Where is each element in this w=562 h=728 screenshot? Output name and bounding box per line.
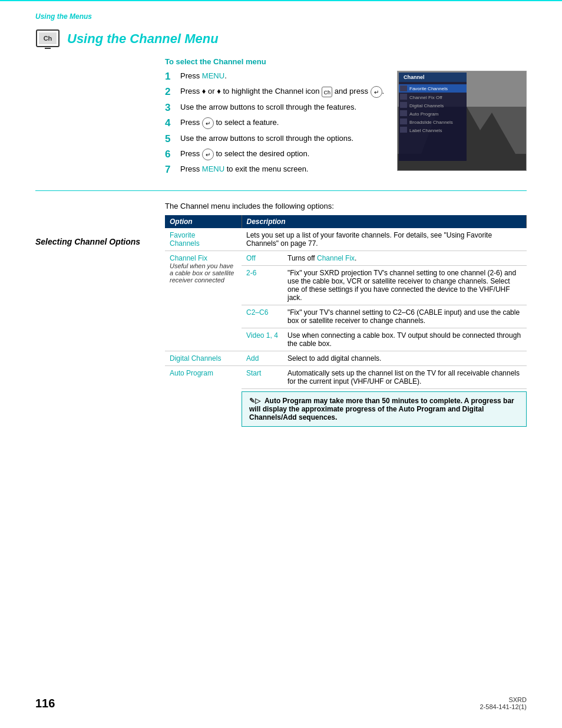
menu-ref-7: MENU: [202, 164, 224, 173]
enter-btn-6: ↵: [202, 149, 214, 160]
option-value: C2–C6: [246, 308, 268, 317]
menu-screenshot: Channel Favorite Channels Channel Fix Of…: [397, 71, 527, 171]
table-row: Auto Program Start Automatically sets up…: [165, 365, 527, 427]
breadcrumb-section: Using the Menus: [0, 6, 562, 24]
svg-text:Channel: Channel: [404, 74, 425, 80]
option-value: Off: [246, 254, 256, 262]
page-title: Using the Channel Menu: [67, 31, 219, 47]
options-section: Selecting Channel Options The Channel me…: [0, 202, 562, 427]
svg-rect-3: [45, 48, 51, 49]
svg-text:Digital Channels: Digital Channels: [409, 103, 444, 108]
enter-btn-4: ↵: [202, 117, 214, 129]
svg-rect-11: [400, 85, 407, 91]
svg-text:Label Channels: Label Channels: [409, 128, 442, 133]
page-footer: 116 SXRD 2-584-141-12(1): [0, 696, 562, 710]
option-name: Channel Fix: [170, 254, 237, 262]
title-section: Ch Using the Channel Menu: [0, 24, 562, 57]
step-2: 2 Press ♦ or ♦ to highlight the Channel …: [165, 86, 388, 98]
options-table: Option Description FavoriteChannels Lets…: [165, 215, 527, 427]
channel-icon: Ch: [35, 27, 60, 51]
product-code: 2-584-141-12(1): [480, 703, 527, 710]
table-row: Off Turns off Channel Fix.: [242, 251, 527, 266]
product-name: SXRD: [480, 696, 527, 703]
menu-ref-1: MENU: [202, 71, 224, 80]
ch-inline-icon: Ch: [322, 87, 332, 97]
sidebar-section-title: Selecting Channel Options: [35, 237, 153, 246]
svg-text:Auto Program: Auto Program: [409, 111, 439, 117]
svg-rect-17: [400, 110, 407, 116]
step-3: 3 Use the arrow buttons to scroll throug…: [165, 102, 388, 114]
page-container: Using the Menus Ch Using the Channel Men…: [0, 0, 562, 728]
svg-rect-13: [400, 94, 407, 100]
svg-text:Ch: Ch: [44, 35, 52, 42]
step-6: 6 Press ↵ to select the desired option.: [165, 149, 388, 160]
option-value: Add: [246, 354, 259, 363]
step-1: 1 Press MENU.: [165, 71, 388, 83]
steps-column: 1 Press MENU. 2 Press ♦ or ♦ to highligh…: [165, 71, 388, 180]
svg-text:Broadslide Channels: Broadslide Channels: [409, 120, 453, 125]
step-7: 7 Press MENU to exit the menu screen.: [165, 164, 388, 176]
step-4: 4 Press ↵ to select a feature.: [165, 117, 388, 129]
option-sub-label: Useful when you have a cable box or sate…: [170, 262, 237, 284]
svg-rect-15: [400, 102, 407, 108]
tv-background: Channel Favorite Channels Channel Fix Of…: [398, 71, 526, 170]
table-row: FavoriteChannels Lets you set up a list …: [165, 228, 527, 251]
option-name: FavoriteChannels: [170, 231, 200, 248]
note-text: Auto Program may take more than 50 minut…: [249, 397, 514, 421]
enter-btn-2: ↵: [371, 86, 382, 98]
content-area: To select the Channel menu 1 Press MENU.…: [0, 57, 562, 180]
options-intro: The Channel menu includes the following …: [165, 202, 527, 210]
option-name: Digital Channels: [170, 354, 221, 363]
option-value: Start: [246, 369, 261, 377]
col-header-description: Description: [242, 215, 527, 228]
breadcrumb: Using the Menus: [35, 12, 92, 21]
svg-text:Channel Fix   Off: Channel Fix Off: [409, 95, 442, 100]
options-main: The Channel menu includes the following …: [165, 202, 527, 427]
svg-rect-19: [400, 118, 407, 124]
table-row: Channel Fix Useful when you have a cable…: [165, 251, 527, 351]
top-rule: [0, 0, 562, 1]
option-value: Video 1, 4: [246, 331, 278, 340]
channel-fix-ref: Channel Fix: [317, 254, 355, 262]
note-box: ✎▷ Auto Program may take more than 50 mi…: [242, 391, 527, 427]
step-5: 5 Use the arrow buttons to scroll throug…: [165, 133, 388, 145]
options-sidebar: Selecting Channel Options: [35, 202, 153, 427]
table-row: C2–C6 "Fix" your TV's channel setting to…: [242, 305, 527, 328]
table-row: 2-6 "Fix" your SXRD projection TV's chan…: [242, 265, 527, 305]
steps-with-image: 1 Press MENU. 2 Press ♦ or ♦ to highligh…: [165, 71, 527, 180]
svg-text:Favorite Channels: Favorite Channels: [409, 86, 448, 91]
col-header-option: Option: [165, 215, 242, 228]
table-row: Digital Channels Add Select to add digit…: [165, 351, 527, 365]
svg-rect-21: [400, 127, 407, 133]
option-value: 2-6: [246, 269, 256, 277]
table-row: Video 1, 4 Use when connecting a cable b…: [242, 328, 527, 351]
product-info: SXRD 2-584-141-12(1): [480, 696, 527, 710]
page-number: 116: [35, 697, 55, 710]
left-sidebar-spacer: [35, 57, 153, 180]
sub-heading: To select the Channel menu: [165, 57, 527, 66]
option-name: Auto Program: [170, 369, 213, 377]
main-content: To select the Channel menu 1 Press MENU.…: [165, 57, 527, 180]
section-divider: [35, 190, 527, 191]
note-icon: ✎▷: [249, 397, 260, 405]
